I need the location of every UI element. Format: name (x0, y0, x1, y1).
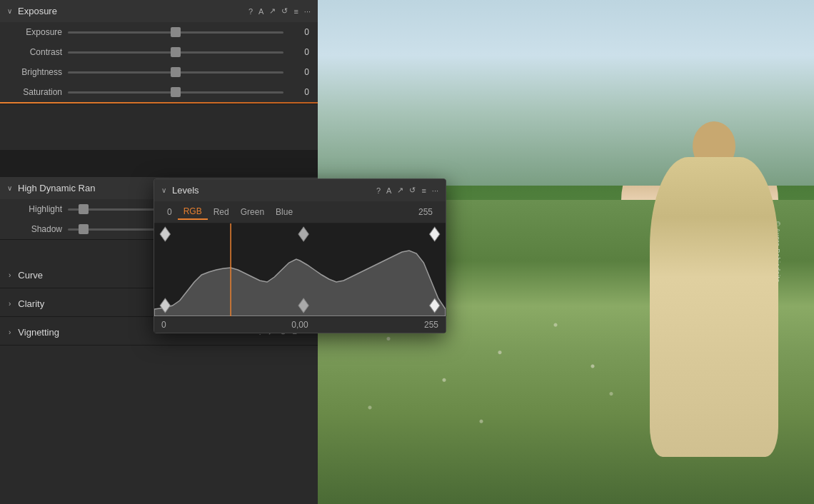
exposure-chevron-icon[interactable]: ∨ (7, 7, 12, 15)
exposure-panel-header: ∨ Exposure ? A ↗ ↺ ≡ ··· (0, 0, 318, 22)
curve-chevron-icon: › (9, 271, 11, 279)
exposure-link-icon[interactable]: ↗ (269, 6, 276, 16)
exposure-track (68, 31, 283, 34)
saturation-slider-label: Saturation (9, 87, 62, 97)
shadow-slider-label: Shadow (9, 224, 62, 234)
saturation-track (68, 91, 283, 94)
brightness-value: 0 (289, 67, 309, 77)
levels-panel: ∨ Levels ? A ↗ ↺ ≡ ··· 0 RGB Red Green B… (154, 178, 446, 333)
levels-link-icon[interactable]: ↗ (397, 186, 403, 195)
levels-panel-header: ∨ Levels ? A ↗ ↺ ≡ ··· (154, 179, 446, 201)
contrast-slider[interactable] (68, 46, 283, 58)
exposure-slider-row: Exposure 0 (0, 22, 318, 42)
saturation-value: 0 (289, 87, 309, 97)
exposure-panel-icons: ? A ↗ ↺ ≡ ··· (248, 6, 311, 16)
brightness-slider[interactable] (68, 66, 283, 78)
highlight-slider-label: Highlight (9, 204, 62, 214)
brightness-slider-row: Brightness 0 (0, 62, 318, 82)
levels-panel-title: Levels (172, 185, 376, 196)
exposure-panel: ∨ Exposure ? A ↗ ↺ ≡ ··· Exposure 0 Cont… (0, 0, 318, 104)
histogram-container (154, 223, 446, 316)
shadow-thumb[interactable] (79, 224, 89, 234)
exposure-value: 0 (289, 27, 309, 37)
brightness-track (68, 71, 283, 74)
exposure-slider[interactable] (68, 26, 283, 38)
clarity-chevron-icon: › (9, 300, 11, 308)
levels-tab-rgb[interactable]: RGB (178, 204, 208, 220)
highlight-thumb[interactable] (79, 204, 89, 214)
contrast-value: 0 (289, 47, 309, 57)
levels-bottom-right-value: 255 (417, 320, 438, 330)
levels-tab-blue[interactable]: Blue (270, 205, 298, 219)
exposure-slider-label: Exposure (9, 27, 62, 37)
vignetting-chevron-icon: › (9, 328, 11, 336)
exposure-orange-line (0, 102, 318, 104)
exposure-auto-icon[interactable]: A (258, 7, 263, 16)
saturation-slider[interactable] (68, 86, 283, 98)
contrast-track (68, 51, 283, 54)
histogram-svg (154, 223, 446, 316)
levels-help-icon[interactable]: ? (376, 186, 381, 195)
levels-tabs: 0 RGB Red Green Blue 255 (154, 201, 446, 223)
hdr-chevron-icon[interactable]: ∨ (7, 184, 12, 192)
contrast-slider-row: Contrast 0 (0, 42, 318, 62)
levels-bottom-mid-value: 0,00 (183, 320, 417, 330)
levels-menu-icon[interactable]: ≡ (421, 186, 426, 195)
levels-auto-icon[interactable]: A (386, 186, 391, 195)
contrast-slider-label: Contrast (9, 47, 62, 57)
exposure-more-icon[interactable]: ··· (304, 7, 311, 16)
person-silhouette (643, 121, 785, 504)
levels-tab-green[interactable]: Green (235, 205, 270, 219)
contrast-thumb[interactable] (171, 47, 181, 57)
levels-tab-255: 255 (413, 205, 438, 219)
exposure-help-icon[interactable]: ? (248, 7, 253, 16)
levels-bottom-bar: 0 0,00 255 (154, 316, 446, 333)
brightness-slider-label: Brightness (9, 67, 62, 77)
gap-area (0, 150, 318, 178)
saturation-thumb[interactable] (171, 87, 181, 97)
levels-panel-icons: ? A ↗ ↺ ≡ ··· (376, 186, 438, 195)
levels-chevron-icon[interactable]: ∨ (161, 186, 166, 194)
saturation-slider-row: Saturation 0 (0, 82, 318, 102)
levels-tab-red[interactable]: Red (208, 205, 235, 219)
exposure-thumb[interactable] (171, 27, 181, 37)
levels-bottom-left-value: 0 (161, 320, 183, 330)
levels-tab-0[interactable]: 0 (161, 205, 178, 219)
exposure-reset-icon[interactable]: ↺ (281, 6, 288, 16)
levels-more-icon[interactable]: ··· (432, 186, 438, 195)
levels-reset-icon[interactable]: ↺ (409, 186, 416, 195)
exposure-panel-title: Exposure (18, 6, 248, 16)
exposure-menu-icon[interactable]: ≡ (293, 7, 298, 16)
brightness-thumb[interactable] (171, 67, 181, 77)
